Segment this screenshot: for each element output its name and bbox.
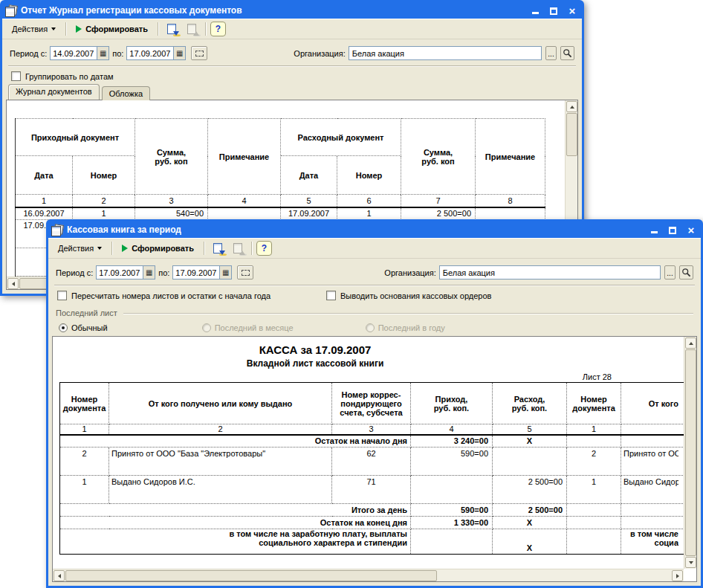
cashbook-sheet: КАССА за 17.09.2007 Вкладной лист кассов…	[53, 337, 684, 569]
recalc-sheets-label: Пересчитать номера листов и остатки с на…	[71, 291, 270, 300]
cell: 540=00	[135, 207, 208, 220]
calendar-icon[interactable]: ▦	[173, 47, 185, 59]
col-num: 4	[208, 195, 281, 207]
organization-input[interactable]	[440, 268, 660, 277]
total-income: 590=00	[411, 504, 493, 517]
help-icon[interactable]: ?	[210, 22, 226, 36]
arrow-up-icon	[570, 106, 574, 109]
help-icon[interactable]: ?	[256, 241, 272, 256]
cashbook-titlebar[interactable]: Кассовая книга за период ×	[48, 222, 701, 238]
scroll-right-button[interactable]	[672, 570, 683, 581]
close-button[interactable]: ×	[686, 224, 696, 235]
close-button[interactable]: ×	[567, 5, 577, 16]
period-picker-button[interactable]	[237, 265, 253, 280]
entry-account: 71	[332, 476, 411, 504]
journal-titlebar[interactable]: Отчет Журнал регистрации кассовых докуме…	[2, 2, 582, 19]
period-from-label: Период с:	[10, 49, 47, 58]
minimize-button[interactable]	[530, 5, 540, 16]
dashed-range-icon	[195, 51, 204, 56]
save-settings-icon[interactable]	[163, 21, 181, 37]
window-controls: ×	[649, 224, 696, 235]
horizontal-scrollbar[interactable]	[53, 569, 684, 581]
tab-journal-documents[interactable]: Журнал документов	[8, 84, 100, 100]
cashbook-spreadsheet-panel: КАССА за 17.09.2007 Вкладной лист кассов…	[52, 336, 697, 582]
including-right-fragment: в том числе социа	[621, 529, 684, 555]
organization-choose-button[interactable]: ...	[545, 46, 557, 60]
play-icon	[122, 245, 128, 252]
header-date: Дата	[16, 156, 73, 195]
cell	[567, 529, 621, 555]
header-date: Дата	[281, 156, 337, 195]
save-settings-icon[interactable]	[209, 240, 227, 256]
toolbar-divider	[158, 22, 158, 36]
maximize-button[interactable]	[667, 224, 678, 235]
scroll-left-button[interactable]	[54, 570, 65, 581]
scroll-up-button[interactable]	[685, 337, 696, 349]
show-basis-checkbox[interactable]	[326, 291, 336, 300]
organization-open-button[interactable]	[560, 46, 574, 60]
organization-choose-button[interactable]: ...	[664, 265, 676, 280]
period-to-input[interactable]	[173, 266, 219, 279]
radio-disabled-icon	[366, 323, 375, 332]
entry-who-2: Принято от ООО "База "Электротовары"	[621, 448, 684, 476]
scrollbar-thumb[interactable]	[65, 570, 437, 581]
cell	[476, 207, 545, 220]
actions-menu-button[interactable]: Действия	[7, 21, 61, 37]
cell	[411, 529, 493, 555]
generate-button[interactable]: Сформировать	[71, 21, 153, 37]
header-number: Номер	[73, 156, 135, 195]
report-window-icon	[51, 224, 63, 235]
organization-field	[349, 46, 542, 60]
col-num: 5	[281, 195, 337, 207]
closing-income: 1 330=00	[411, 517, 493, 529]
report-subtitle: Вкладной лист кассовой книги	[59, 358, 571, 369]
journal-toolbar: Действия Сформировать ?	[2, 19, 582, 39]
calendar-icon[interactable]: ▦	[219, 266, 231, 279]
scroll-up-button[interactable]	[566, 101, 577, 112]
period-from-input[interactable]	[51, 47, 97, 59]
last-sheet-group-label: Последний лист	[48, 303, 701, 318]
generate-label: Сформировать	[85, 25, 148, 33]
total-expense: 2 500=00	[493, 504, 567, 517]
radio-selected-icon[interactable]	[59, 323, 68, 332]
organization-open-button[interactable]	[679, 265, 693, 280]
cashbook-table[interactable]: Номер документа От кого получено или ком…	[59, 382, 684, 555]
organization-input[interactable]	[349, 49, 541, 58]
maximize-button[interactable]	[548, 5, 559, 16]
header-incoming-doc: Приходный документ	[16, 119, 135, 156]
col-num: 4	[411, 424, 493, 435]
recalc-sheets-checkbox[interactable]	[57, 291, 67, 300]
cashbook-period-row: Период с: ▦ по: ▦ Организация: ...	[48, 259, 701, 285]
tab-cover[interactable]: Обложка	[102, 86, 150, 100]
period-picker-button[interactable]	[191, 46, 207, 60]
period-from-label: Период с:	[56, 268, 93, 277]
col-num: 3	[332, 424, 411, 435]
scroll-left-button[interactable]	[7, 278, 19, 289]
entry-who-2: Выдано Сидоров И.С.	[621, 476, 684, 504]
generate-button[interactable]: Сформировать	[117, 240, 199, 256]
actions-menu-button[interactable]: Действия	[53, 240, 107, 256]
document-up-icon	[187, 24, 196, 34]
report-page: КАССА за 17.09.2007 Вкладной лист кассов…	[59, 343, 684, 555]
period-from-input[interactable]	[97, 266, 143, 279]
group-by-dates-checkbox[interactable]	[11, 71, 21, 81]
window-controls: ×	[530, 5, 577, 16]
minimize-button[interactable]	[649, 224, 659, 235]
scrollbar-thumb[interactable]	[685, 349, 696, 556]
chevron-down-icon	[97, 247, 102, 250]
radio-ordinary[interactable]: Обычный	[59, 323, 108, 332]
radio-last-in-year-label: Последний в году	[378, 323, 445, 332]
period-from-field: ▦	[96, 265, 155, 280]
total-label: Итого за день	[60, 504, 411, 517]
cell	[567, 517, 621, 529]
vertical-scrollbar[interactable]	[684, 337, 696, 569]
period-from-field: ▦	[50, 46, 109, 60]
entry-row: 1 Выдано Сидоров И.С. 71 2 500=00 1 Выда…	[60, 476, 684, 504]
calendar-icon[interactable]: ▦	[143, 266, 155, 279]
period-to-input[interactable]	[127, 47, 173, 59]
scroll-down-button[interactable]	[685, 557, 696, 568]
header-outgoing-doc: Расходный документ	[281, 119, 401, 156]
scrollbar-thumb[interactable]	[566, 113, 577, 156]
report-window-icon	[5, 5, 17, 16]
calendar-icon[interactable]: ▦	[97, 47, 108, 59]
